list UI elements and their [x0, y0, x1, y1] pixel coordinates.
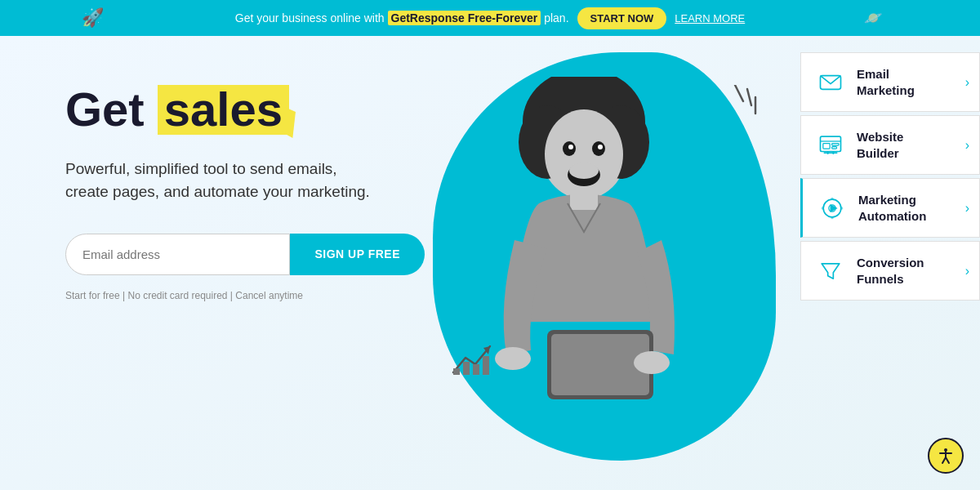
svg-point-17 — [495, 347, 531, 370]
svg-point-18 — [634, 351, 670, 374]
banner-text: Get your business online with GetRespons… — [235, 11, 569, 24]
conversion-funnels-arrow: › — [965, 264, 969, 278]
svg-point-36 — [831, 197, 833, 199]
svg-rect-23 — [483, 356, 489, 375]
sparkles — [702, 85, 768, 145]
svg-point-39 — [840, 207, 843, 209]
banner-text-after: plan. — [544, 11, 568, 24]
svg-rect-14 — [570, 194, 598, 210]
signup-button[interactable]: SIGN UP FREE — [290, 234, 425, 275]
svg-point-13 — [598, 145, 603, 149]
svg-point-12 — [568, 145, 573, 149]
svg-line-0 — [735, 85, 743, 101]
svg-rect-28 — [832, 143, 839, 145]
email-icon — [816, 68, 845, 97]
funnel-icon — [816, 256, 845, 286]
signup-form: SIGN UP FREE — [65, 234, 425, 275]
svg-line-45 — [946, 457, 949, 463]
svg-point-37 — [831, 216, 833, 219]
svg-point-9 — [569, 163, 599, 179]
svg-rect-27 — [823, 143, 830, 149]
banner-text-before: Get your business online with — [235, 11, 385, 24]
svg-marker-40 — [822, 263, 840, 278]
svg-rect-29 — [832, 146, 837, 149]
headline: Get sales — [65, 85, 425, 135]
headline-sales: sales — [158, 85, 289, 135]
banner-highlight: GetResponse Free-Forever — [388, 11, 541, 25]
marketing-automation-card[interactable]: MarketingAutomation › — [800, 178, 980, 238]
svg-point-38 — [822, 207, 824, 209]
main-section: Get sales Powerful, simplified tool to s… — [0, 36, 980, 490]
banner-icon-right: 🪐 — [864, 9, 882, 27]
left-section: Get sales Powerful, simplified tool to s… — [0, 36, 474, 490]
svg-line-1 — [747, 89, 751, 105]
svg-line-44 — [942, 457, 946, 463]
accessibility-button[interactable] — [928, 438, 964, 474]
top-banner: 🚀 Get your business online with GetRespo… — [0, 0, 980, 36]
website-icon — [816, 131, 845, 160]
learn-more-link[interactable]: LEARN MORE — [675, 12, 745, 24]
conversion-funnels-label: ConversionFunnels — [857, 255, 924, 287]
marketing-automation-arrow: › — [965, 201, 969, 216]
banner-icon-left: 🚀 — [82, 7, 104, 29]
email-marketing-label: EmailMarketing — [857, 66, 915, 98]
email-marketing-card[interactable]: EmailMarketing › — [800, 52, 980, 112]
marketing-automation-label: MarketingAutomation — [858, 192, 926, 224]
website-builder-card[interactable]: WebsiteBuilder › — [800, 115, 980, 175]
automation-icon — [817, 194, 847, 223]
website-builder-label: WebsiteBuilder — [857, 129, 903, 161]
subheadline: Powerful, simplified tool to send emails… — [65, 158, 425, 204]
email-marketing-arrow: › — [965, 75, 969, 90]
feature-cards: EmailMarketing › WebsiteBuilder › — [800, 52, 980, 301]
start-now-button[interactable]: START NOW — [577, 7, 667, 29]
fine-print: Start for free | No credit card required… — [65, 290, 425, 301]
website-builder-arrow: › — [965, 138, 969, 153]
conversion-funnels-card[interactable]: ConversionFunnels › — [800, 241, 980, 301]
email-input[interactable] — [65, 234, 290, 275]
svg-rect-22 — [473, 364, 479, 375]
headline-get: Get — [65, 82, 145, 136]
